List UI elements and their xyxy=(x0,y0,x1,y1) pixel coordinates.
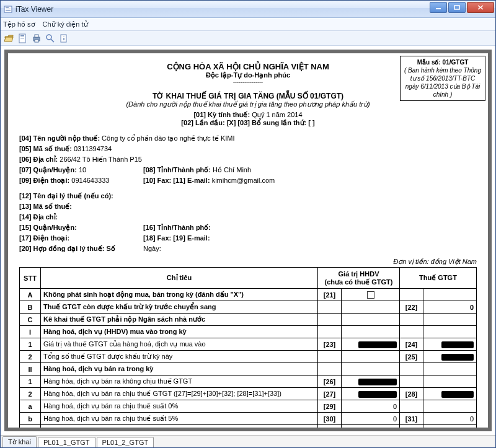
unit-label: Đơn vị tiền: đồng Việt Nam xyxy=(19,258,477,266)
code-cell: [25] xyxy=(400,351,423,363)
f08-label: [08] Tỉnh/Thành phố: xyxy=(143,166,211,173)
value-cell xyxy=(342,314,400,326)
svg-rect-5 xyxy=(454,6,459,9)
f10-value: kimihcm@gmail.com xyxy=(210,177,275,184)
stt-cell: II xyxy=(20,363,41,376)
label-cell: Không phát sinh hoạt động mua, bán trong… xyxy=(41,289,318,301)
code-cell: [22] xyxy=(400,301,423,314)
value-cell: 0 xyxy=(342,413,400,425)
code-cell xyxy=(318,326,342,338)
stt-cell: C xyxy=(20,314,41,326)
value-cell xyxy=(423,351,477,363)
stt-cell: A xyxy=(20,289,41,301)
code-cell: [21] xyxy=(318,289,342,301)
value-cell xyxy=(423,314,477,326)
stt-cell: 2 xyxy=(20,351,41,363)
app-window: iTax Viewer Tệp hồ sơ Chữ ký điện tử Mẫu… xyxy=(0,0,496,448)
value-cell xyxy=(342,388,400,400)
search-icon[interactable] xyxy=(45,33,55,43)
table-row: AKhông phát sinh hoạt động mua, bán tron… xyxy=(20,289,477,301)
value-cell: 0 xyxy=(342,400,400,413)
f06-label: [06] Địa chỉ: xyxy=(19,156,58,163)
label-cell: Hàng hoá, dịch vụ bán ra trong kỳ xyxy=(41,363,318,376)
code-cell: [31] xyxy=(400,413,423,425)
f09-label: [09] Điện thoại: xyxy=(19,177,69,184)
svg-line-16 xyxy=(51,39,54,42)
titlebar: iTax Viewer xyxy=(1,1,495,18)
f01-value: Quý 1 năm 2014 xyxy=(250,111,302,118)
svg-rect-14 xyxy=(35,40,38,42)
code-cell: [26] xyxy=(318,376,342,388)
f08-value: Hồ Chí Minh xyxy=(211,166,251,173)
value-cell xyxy=(423,400,477,413)
table-row: BThuế GTGT còn được khấu trừ kỳ trước ch… xyxy=(20,301,477,314)
save-icon[interactable] xyxy=(18,33,28,43)
menubar: Tệp hồ sơ Chữ ký điện tử xyxy=(1,18,495,31)
label-cell: Giá trị và thuế GTGT của hàng hoá, dịch … xyxy=(41,338,318,351)
svg-rect-13 xyxy=(35,35,38,37)
stt-cell: 1 xyxy=(20,338,41,351)
code-cell xyxy=(400,326,423,338)
f12-label: [12] Tên đại lý thuế (nếu có): xyxy=(19,192,113,200)
redacted-value xyxy=(358,391,397,398)
f05-label: [05] Mã số thuế: xyxy=(19,145,72,152)
svg-rect-2 xyxy=(6,9,11,9)
menu-sign[interactable]: Chữ ký điện tử xyxy=(43,20,88,29)
maximize-button[interactable] xyxy=(448,2,466,13)
th-stt: STT xyxy=(20,268,41,289)
code-cell xyxy=(318,301,342,314)
checkbox-empty xyxy=(367,291,374,299)
table-row: IHàng hoá, dịch vụ (HHDV) mua vào trong … xyxy=(20,326,477,338)
label-cell: Hàng hoá, dịch vụ bán ra chịu thuế suất … xyxy=(41,413,318,425)
value-cell xyxy=(423,363,477,376)
value-cell xyxy=(423,376,477,388)
f04-label: [04] Tên người nộp thuế: xyxy=(19,134,100,142)
f02-label: [02] Lần đầu: [X] [03] Bổ sung lần thứ: … xyxy=(181,119,314,126)
redacted-value xyxy=(441,354,474,361)
label-cell: Kê khai thuế GTGT phải nộp Ngân sách nhà… xyxy=(41,314,318,326)
label-cell: Hàng hoá, dịch vụ bán ra chịu thuế suất … xyxy=(41,400,318,413)
document-page: Mẫu số: 01/GTGT ( Ban hành kèm theo Thôn… xyxy=(8,53,488,428)
code-cell xyxy=(400,363,423,376)
f16-label: [16] Tỉnh/Thành phố: xyxy=(143,224,211,231)
minimize-button[interactable] xyxy=(430,2,447,13)
f13-label: [13] Mã số thuế: xyxy=(19,203,72,210)
close-button[interactable] xyxy=(467,2,494,13)
redacted-value xyxy=(441,391,474,398)
form-issue-note: ( Ban hành kèm theo Thông tư số 156/2013… xyxy=(404,67,481,98)
code-cell: [24] xyxy=(400,338,423,351)
code-cell: [32] xyxy=(318,425,342,431)
value-cell xyxy=(423,338,477,351)
svg-rect-4 xyxy=(436,8,441,9)
f18-label: [18] Fax: [19] E-mail: xyxy=(143,234,210,242)
workarea: Mẫu số: 01/GTGT ( Ban hành kèm theo Thôn… xyxy=(1,46,495,435)
menu-file[interactable]: Tệp hồ sơ xyxy=(3,20,35,29)
value-cell xyxy=(342,425,400,431)
redacted-value xyxy=(358,428,397,431)
svg-rect-3 xyxy=(6,10,11,11)
code-cell: [29] xyxy=(318,400,342,413)
info-icon[interactable] xyxy=(59,33,69,43)
stt-cell: I xyxy=(20,326,41,338)
code-cell: [28] xyxy=(400,388,423,400)
f06-value: 266/42 Tô Hiến Thành P15 xyxy=(58,156,142,163)
svg-rect-9 xyxy=(20,35,24,36)
print-icon[interactable] xyxy=(32,33,42,43)
f04-value: Công ty cổ phần đào tạo nghề thực tế KIM… xyxy=(100,134,235,142)
f15-label: [15] Quận/Huyện: xyxy=(19,224,77,231)
value-cell xyxy=(423,425,477,431)
svg-point-15 xyxy=(46,35,51,40)
f05-value: 0311394734 xyxy=(72,145,112,152)
form-number-box: Mẫu số: 01/GTGT ( Ban hành kèm theo Thôn… xyxy=(400,56,485,101)
value-cell xyxy=(342,301,400,314)
toolbar xyxy=(1,31,495,46)
open-icon[interactable] xyxy=(4,33,14,43)
tab-to-khai[interactable]: Tờ khai xyxy=(2,436,37,447)
tab-pl01-1[interactable]: PL01_1_GTGT xyxy=(38,437,95,447)
value-cell: 0 xyxy=(423,301,477,314)
code-cell: [27] xyxy=(318,388,342,400)
tab-pl01-2[interactable]: PL01_2_GTGT xyxy=(97,437,154,447)
th-label: Chỉ tiêu xyxy=(41,268,318,289)
table-row: bHàng hoá, dịch vụ bán ra chịu thuế suất… xyxy=(20,413,477,425)
label-cell: Hàng hoá, dịch vụ bán ra chịu thuế suất … xyxy=(41,425,318,431)
